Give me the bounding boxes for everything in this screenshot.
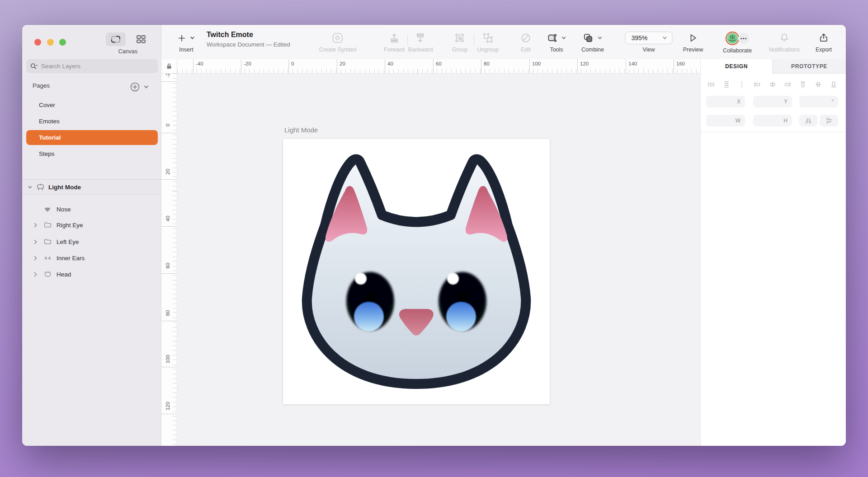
tab-design[interactable]: DESIGN [701,59,772,74]
height-field[interactable]: H [753,115,792,126]
cat-iris-right [446,302,476,332]
group-button[interactable]: Group [452,32,468,53]
move-backward-icon [415,33,426,43]
zoom-value: 395% [632,34,648,42]
document-subtitle: Workspace Document — Edited [207,41,290,48]
ruler-corner [161,59,177,74]
cat-eye-highlight-right [447,273,459,285]
combine-icon [583,33,594,43]
backward-button[interactable]: Backward [408,32,433,53]
y-position-field[interactable]: Y [753,96,792,108]
layer-row-nose[interactable]: Nose [22,201,161,217]
page-item-emotes[interactable]: Emotes [22,113,161,129]
align-left-icon[interactable] [753,80,761,89]
document-title: Twitch Emote [207,31,253,39]
canvas-area[interactable]: -40 -20 0 20 40 60 80 100 120 140 160 -2… [161,59,700,446]
forward-button[interactable]: Forward [384,32,405,53]
width-field[interactable]: W [706,115,745,126]
align-bottom-icon[interactable] [830,80,838,89]
align-middle-vertical-icon[interactable] [814,80,822,89]
chevron-right-icon[interactable] [33,272,38,277]
tab-prototype[interactable]: PROTOTYPE [772,59,846,74]
more-collaborators-icon[interactable]: ••• [738,33,749,44]
layer-row-left-eye[interactable]: Left Eye [22,234,161,250]
x-position-field[interactable]: X [706,96,745,108]
preview-button[interactable]: Preview [683,32,703,53]
notifications-button[interactable]: Notifications [769,32,800,53]
pages-collapse-chevron-icon[interactable] [143,84,149,90]
toolbar-divider [474,35,474,46]
page-item-steps[interactable]: Steps [22,145,161,162]
cat-emote-graphic[interactable] [283,139,550,404]
tools-button[interactable]: Tools [547,32,566,53]
chevron-right-icon[interactable] [33,223,38,228]
collaborator-avatar[interactable] [726,32,739,45]
layer-row-head[interactable]: Head [22,266,161,282]
tidy-icon[interactable] [738,80,746,89]
close-window-button[interactable] [34,39,41,46]
create-symbol-icon [332,32,344,44]
export-button[interactable]: Export [816,32,832,53]
align-right-icon[interactable] [783,80,792,89]
collaborate-button[interactable]: ••• Collaborate [723,32,752,54]
flip-vertical-button[interactable] [820,115,838,126]
bell-icon [779,33,790,43]
artboard-group-label: Light Mode [48,184,81,191]
desktop-background: Canvas Pages Cover Emotes Tutoria [0,0,868,477]
chevron-down-icon [190,35,195,41]
insert-button[interactable]: Insert [178,32,195,53]
search-input[interactable] [41,63,154,70]
search-icon [30,63,38,70]
artboard-group-row[interactable]: Light Mode [22,180,161,195]
chevron-right-icon[interactable] [33,256,38,261]
search-layers-field[interactable] [26,59,158,73]
edit-pencil-icon [520,33,531,43]
chevron-right-icon[interactable] [33,239,38,244]
rotation-field[interactable]: ° [799,96,838,108]
horizontal-ruler[interactable]: -40 -20 0 20 40 60 80 100 120 140 160 [177,59,700,74]
zoom-window-button[interactable] [59,39,66,46]
layer-row-inner-ears[interactable]: Inner Ears [22,250,161,266]
align-center-horizontal-icon[interactable] [769,80,777,89]
toolbar: Insert Twitch Emote Workspace Document —… [161,25,846,59]
nose-shape-icon [43,205,52,213]
align-top-icon[interactable] [799,80,807,89]
ungroup-icon [482,33,493,43]
zoom-dropdown[interactable]: 395% [625,32,673,44]
page-item-cover[interactable]: Cover [22,97,161,113]
inspector-panel: DESIGN PROTOTYPE [700,59,846,446]
add-page-button[interactable] [130,82,140,92]
main-area: Insert Twitch Emote Workspace Document —… [161,25,846,446]
move-forward-icon [389,33,400,43]
view-mode-label: Canvas [118,48,137,55]
flip-horizontal-button[interactable] [799,115,817,126]
edit-button[interactable]: Edit [520,32,531,53]
distribute-horizontally-icon[interactable] [707,80,715,89]
artboard[interactable] [283,139,550,404]
ungroup-button[interactable]: Ungroup [477,32,499,53]
chevron-down-icon [597,35,603,41]
lock-icon [166,63,172,69]
pages-header: Pages [33,82,50,89]
folder-icon [43,221,52,229]
page-item-tutorial-selected[interactable]: Tutorial [26,130,158,145]
plus-icon [178,34,186,42]
cat-eye-highlight-left [355,273,367,285]
chevron-down-icon [662,35,668,41]
cat-head-icon [43,270,52,278]
chevron-down-icon [561,35,566,41]
sketch-window: Canvas Pages Cover Emotes Tutoria [22,25,846,446]
minimize-window-button[interactable] [47,39,54,46]
distribute-vertically-icon[interactable] [722,80,731,89]
inner-ears-icon [43,254,52,262]
artboard-icon [36,183,45,191]
artboard-title[interactable]: Light Mode [284,126,318,134]
avatar-image-icon [726,33,738,44]
layer-row-right-eye[interactable]: Right Eye [22,217,161,233]
canvas-view-toggle[interactable] [106,33,126,46]
grid-view-toggle[interactable] [136,34,146,45]
vertical-ruler[interactable]: -20 0 20 40 60 80 100 120 [161,74,177,446]
combine-button[interactable]: Combine [581,32,604,53]
create-symbol-button[interactable]: Create Symbol [319,32,357,53]
zoom-control[interactable]: 395% View [625,32,673,53]
